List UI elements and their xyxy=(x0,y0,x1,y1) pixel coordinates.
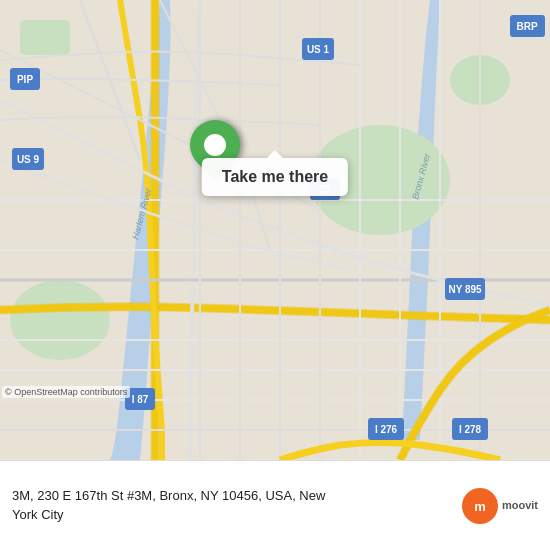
svg-text:I 276: I 276 xyxy=(375,424,398,435)
svg-point-2 xyxy=(10,280,110,360)
info-bar: 3M, 230 E 167th St #3M, Bronx, NY 10456,… xyxy=(0,460,550,550)
callout-label: Take me there xyxy=(222,168,328,185)
svg-text:I 87: I 87 xyxy=(132,394,149,405)
svg-text:BRP: BRP xyxy=(516,21,537,32)
callout-bubble[interactable]: Take me there xyxy=(202,158,348,196)
svg-text:US 1: US 1 xyxy=(307,44,330,55)
moovit-logo-icon: m xyxy=(462,488,498,524)
map-container: US 9 US 1 I 87 NY 895 I 276 I 278 BRP PI… xyxy=(0,0,550,460)
svg-text:PIP: PIP xyxy=(17,74,33,85)
moovit-logo: m moovit xyxy=(462,488,538,524)
svg-text:I 278: I 278 xyxy=(459,424,482,435)
pin-inner xyxy=(204,134,226,156)
info-text: 3M, 230 E 167th St #3M, Bronx, NY 10456,… xyxy=(12,487,452,523)
osm-attribution: © OpenStreetMap contributors xyxy=(2,386,130,398)
svg-rect-4 xyxy=(20,20,70,55)
city-line: York City xyxy=(12,506,452,524)
osm-text: © OpenStreetMap contributors xyxy=(5,387,127,397)
address-line: 3M, 230 E 167th St #3M, Bronx, NY 10456,… xyxy=(12,487,452,505)
svg-text:NY 895: NY 895 xyxy=(448,284,482,295)
svg-text:US 9: US 9 xyxy=(17,154,40,165)
moovit-text: moovit xyxy=(502,499,538,512)
svg-text:m: m xyxy=(474,499,486,514)
